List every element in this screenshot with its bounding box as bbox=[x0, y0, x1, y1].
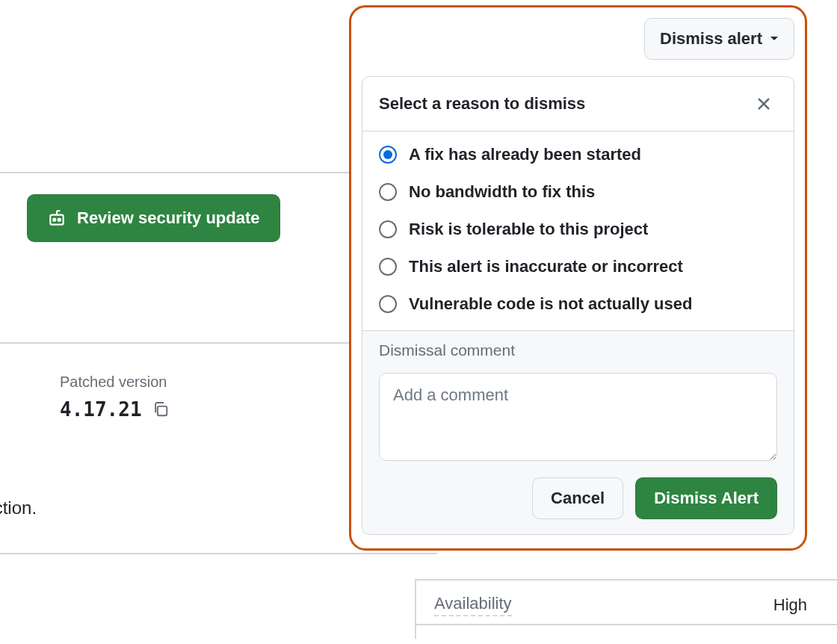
dismiss-alert-panel: Dismiss alert Select a reason to dismiss… bbox=[349, 5, 807, 551]
patched-version-block: Patched version 4.17.21 bbox=[60, 374, 169, 421]
patched-version-value: 4.17.21 bbox=[60, 398, 142, 421]
dismiss-reason-label: Vulnerable code is not actually used bbox=[409, 294, 692, 314]
dismiss-reason-option[interactable]: A fix has already been started bbox=[379, 145, 777, 164]
caret-down-icon bbox=[770, 36, 779, 42]
divider bbox=[0, 553, 437, 554]
review-button-label: Review security update bbox=[77, 208, 260, 228]
radio-icon bbox=[379, 258, 397, 276]
dismiss-reason-option[interactable]: Vulnerable code is not actually used bbox=[379, 294, 777, 314]
dismiss-reason-label: Risk is tolerable to this project bbox=[409, 220, 648, 239]
close-icon bbox=[756, 96, 771, 111]
svg-point-3 bbox=[53, 219, 55, 221]
dismiss-reason-option[interactable]: This alert is inaccurate or incorrect bbox=[379, 257, 777, 276]
review-security-update-button[interactable]: Review security update bbox=[27, 194, 280, 242]
svg-rect-0 bbox=[50, 215, 63, 225]
radio-icon bbox=[379, 146, 397, 164]
popup-title: Select a reason to dismiss bbox=[379, 94, 585, 114]
detail-key-availability: Availability bbox=[434, 594, 512, 616]
copy-icon[interactable] bbox=[152, 401, 169, 418]
dismiss-alert-dropdown-button[interactable]: Dismiss alert bbox=[644, 18, 794, 60]
detail-value-availability: High bbox=[773, 595, 807, 615]
dismiss-reason-label: No bandwidth to fix this bbox=[409, 182, 595, 202]
dependabot-icon bbox=[47, 208, 67, 228]
svg-point-4 bbox=[58, 219, 61, 221]
close-button[interactable] bbox=[750, 90, 777, 117]
dismiss-reason-popup: Select a reason to dismiss A fix has alr… bbox=[362, 76, 794, 535]
dismissal-comment-input[interactable] bbox=[379, 373, 777, 461]
dismiss-reason-option[interactable]: Risk is tolerable to this project bbox=[379, 220, 777, 239]
svg-rect-5 bbox=[157, 406, 166, 415]
dismissal-comment-label: Dismissal comment bbox=[362, 331, 794, 364]
description-text-fragment: unction. bbox=[0, 498, 37, 518]
dismiss-reason-label: A fix has already been started bbox=[409, 145, 641, 164]
radio-icon bbox=[379, 295, 397, 313]
radio-icon bbox=[379, 183, 397, 201]
dismiss-reason-option[interactable]: No bandwidth to fix this bbox=[379, 182, 777, 202]
radio-icon bbox=[379, 220, 397, 238]
patched-version-label: Patched version bbox=[60, 374, 169, 391]
dismiss-alert-dropdown-label: Dismiss alert bbox=[660, 29, 762, 49]
detail-row: Availability High bbox=[416, 580, 837, 625]
dismiss-reason-label: This alert is inaccurate or incorrect bbox=[409, 257, 683, 276]
cancel-button[interactable]: Cancel bbox=[532, 477, 623, 519]
dismiss-alert-submit-button[interactable]: Dismiss Alert bbox=[635, 477, 777, 519]
